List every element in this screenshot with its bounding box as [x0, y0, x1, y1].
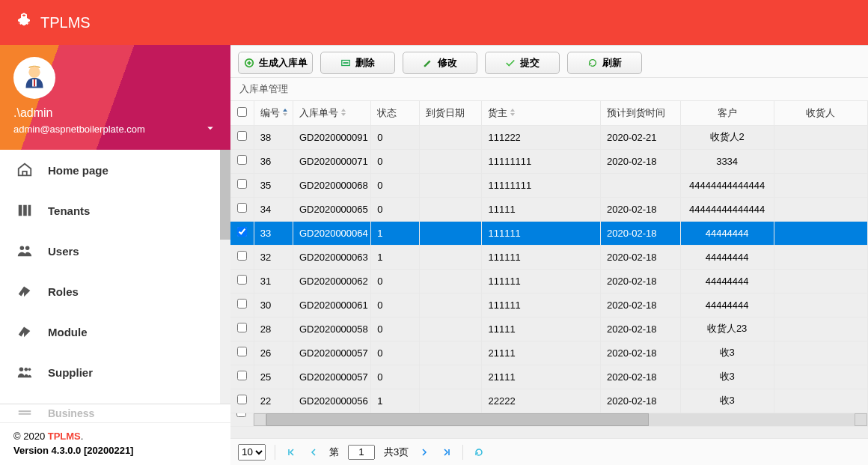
table-row[interactable]: 33GD202000006411111112020-02-1844444444	[230, 221, 868, 245]
edit-button[interactable]: 修改	[403, 52, 477, 74]
cell-date	[420, 125, 482, 149]
cell-status: 0	[371, 125, 420, 149]
table-row[interactable]: 26GD20200000570211112020-02-18收3	[230, 341, 868, 365]
table-row[interactable]: 32GD202000006311111112020-02-1844444444	[230, 245, 868, 269]
cell-id: 28	[254, 317, 293, 341]
cell-id: 35	[254, 173, 293, 197]
cell-customer: 收3	[680, 365, 774, 389]
cell-receiver	[774, 389, 867, 413]
col-no[interactable]: 入库单号	[293, 101, 370, 125]
sidebar-item-cutoff[interactable]: Business	[0, 404, 230, 422]
cell-no: GD2020000064	[293, 221, 370, 245]
cell-no: GD2020000063	[293, 245, 370, 269]
col-eta[interactable]: 预计到货时间	[601, 101, 680, 125]
row-checkbox[interactable]	[237, 299, 247, 309]
row-checkbox[interactable]	[237, 371, 247, 380]
next-page-button[interactable]	[418, 446, 431, 459]
cell-eta: 2020-02-18	[601, 389, 680, 413]
cell-status: 0	[371, 341, 420, 365]
horizontal-scrollbar[interactable]	[254, 413, 868, 426]
svg-point-8	[28, 368, 31, 371]
row-checkbox[interactable]	[237, 131, 247, 141]
sort-asc-icon	[280, 107, 288, 118]
cell-status: 0	[371, 149, 420, 173]
panel-title: 入库单管理	[230, 78, 868, 101]
refresh-button[interactable]: 刷新	[567, 52, 642, 74]
page-input[interactable]	[348, 445, 375, 460]
cell-customer: 收3	[680, 389, 774, 413]
table-row[interactable]: 36GD20200000710111111112020-02-183334	[230, 149, 868, 173]
sidebar-item-tenants[interactable]: Tenants	[0, 190, 230, 231]
create-button[interactable]: 生成入库单	[238, 52, 313, 74]
col-customer[interactable]: 客户	[680, 101, 774, 125]
submit-button[interactable]: 提交	[485, 52, 560, 74]
cell-eta: 2020-02-18	[601, 221, 680, 245]
cell-receiver	[774, 173, 867, 197]
col-status[interactable]: 状态	[371, 101, 420, 125]
sidebar-item-supplier[interactable]: Supplier	[0, 352, 230, 392]
cell-no: GD2020000068	[293, 173, 370, 197]
nav-icon	[16, 364, 33, 380]
reload-button[interactable]	[472, 446, 486, 459]
sidebar-item-home-page[interactable]: Home page	[0, 150, 230, 190]
row-checkbox[interactable]	[237, 251, 247, 261]
table-row[interactable]: 22GD20200000561222222020-02-18收3	[230, 389, 868, 413]
table-row[interactable]: 35GD202000006801111111144444444444444	[230, 173, 868, 197]
cell-receiver	[774, 269, 867, 293]
brand[interactable]: TPLMS	[15, 12, 91, 34]
total-pages: 共3页	[384, 446, 409, 459]
row-checkbox[interactable]	[237, 227, 247, 237]
chevron-down-icon[interactable]	[204, 121, 217, 137]
col-id[interactable]: 编号	[254, 101, 293, 125]
cell-no: GD2020000058	[293, 317, 370, 341]
first-page-button[interactable]	[284, 446, 298, 459]
row-checkbox[interactable]	[237, 203, 247, 213]
cell-status: 0	[371, 197, 420, 221]
cell-date	[420, 173, 482, 197]
cell-eta: 2020-02-18	[601, 245, 680, 269]
table-row[interactable]: 28GD20200000580111112020-02-18收货人23	[230, 317, 868, 341]
cell-status: 0	[371, 365, 420, 389]
table-row[interactable]: 25GD20200000570211112020-02-18收3	[230, 365, 868, 389]
row-checkbox[interactable]	[237, 395, 247, 404]
row-checkbox[interactable]	[237, 275, 247, 285]
cell-customer: 收货人23	[680, 317, 774, 341]
page-size-select[interactable]: 10	[238, 444, 266, 461]
table-row[interactable]: 34GD20200000650111112020-02-184444444444…	[230, 197, 868, 221]
table-row[interactable]: 31GD202000006201111112020-02-1844444444	[230, 269, 868, 293]
row-checkbox[interactable]	[237, 323, 247, 332]
cell-status: 0	[371, 173, 420, 197]
nav-icon	[16, 283, 33, 300]
nav: Home pageTenantsUsersRolesModuleSupplier…	[0, 150, 230, 422]
select-all-checkbox[interactable]	[237, 107, 247, 117]
last-page-button[interactable]	[440, 446, 453, 459]
cell-customer: 44444444	[680, 269, 774, 293]
footer-brand[interactable]: TPLMS	[48, 431, 81, 442]
sidebar-item-module[interactable]: Module	[0, 311, 230, 352]
row-checkbox[interactable]	[237, 347, 247, 356]
row-checkbox-partial[interactable]	[236, 413, 246, 417]
cell-owner: 111111	[482, 269, 601, 293]
sidebar-scrollbar[interactable]	[220, 150, 230, 422]
sidebar-item-users[interactable]: Users	[0, 231, 230, 271]
cell-eta: 2020-02-18	[601, 365, 680, 389]
delete-button[interactable]: 删除	[320, 52, 395, 74]
col-date[interactable]: 到货日期	[420, 101, 482, 125]
table-row[interactable]: 38GD202000009101112222020-02-21收货人2	[230, 125, 868, 149]
cell-status: 0	[371, 317, 420, 341]
row-checkbox[interactable]	[237, 155, 247, 165]
table-row[interactable]: 30GD202000006101111112020-02-1844444444	[230, 293, 868, 317]
cell-no: GD2020000057	[293, 365, 370, 389]
cell-eta: 2020-02-18	[601, 317, 680, 341]
cell-no: GD2020000061	[293, 293, 370, 317]
col-owner[interactable]: 货主	[482, 101, 601, 125]
svg-point-5	[25, 246, 29, 251]
page-prefix: 第	[329, 446, 339, 459]
sidebar-item-roles[interactable]: Roles	[0, 271, 230, 311]
col-receiver[interactable]: 收货人	[774, 101, 867, 125]
row-checkbox[interactable]	[237, 179, 247, 189]
avatar[interactable]	[13, 57, 55, 99]
prev-page-button[interactable]	[307, 446, 320, 459]
cell-eta: 2020-02-18	[601, 197, 680, 221]
cell-id: 34	[254, 197, 293, 221]
